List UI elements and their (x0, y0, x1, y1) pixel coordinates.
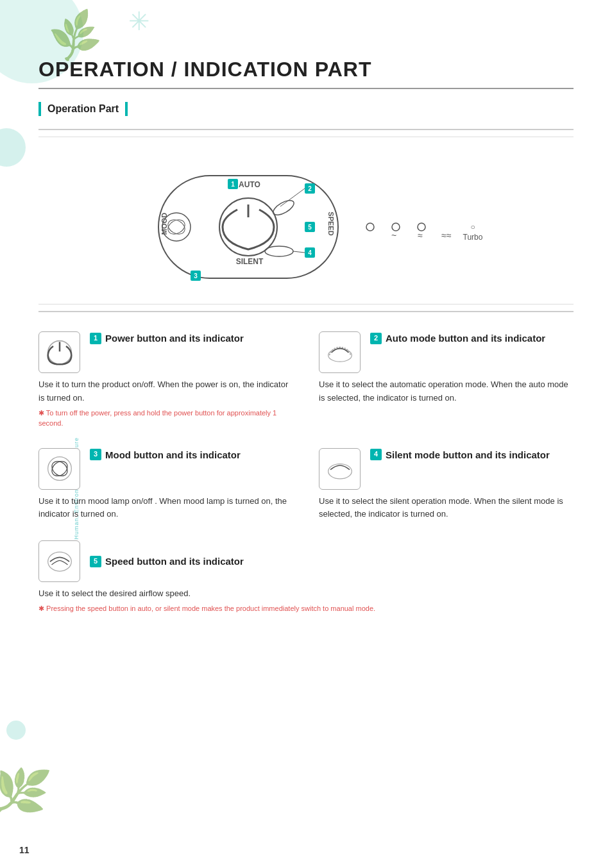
diagram-svg: MOOD SPEED AUTO SILENT 1 (45, 150, 567, 291)
bg-leaf-bottom-icon: 🌿 (0, 760, 53, 821)
indicator-auto: 2 Auto mode button and its indicator Use… (319, 331, 574, 429)
indicator-auto-title: 2 Auto mode button and its indicator (370, 331, 574, 345)
indicator-auto-header: 2 Auto mode button and its indicator (319, 331, 574, 373)
indicator-power-body: Use it to turn the product on/off. When … (38, 378, 293, 429)
svg-point-23 (366, 223, 374, 231)
svg-text:AUTO: AUTO (239, 180, 260, 189)
indicator-power-header: 1 Power button and its indicator (38, 331, 293, 373)
page-title: OPERATION / INDICATION PART (38, 58, 574, 81)
indicator-speed-header: 5 Speed button and its indicator (38, 540, 574, 582)
svg-text:1: 1 (231, 181, 235, 188)
indicator-mood: 3 Mood button and its indicator Use it t… (38, 448, 293, 522)
indicator-number-3: 3 (90, 449, 101, 460)
silent-icon-box (319, 448, 361, 490)
indicator-speed-body: Use it to select the desired airflow spe… (38, 587, 574, 613)
indicator-auto-body: Use it to select the automatic operation… (319, 378, 574, 405)
indicator-power-title-area: 1 Power button and its indicator (90, 331, 293, 345)
mood-icon-box (38, 448, 80, 490)
auto-icon-box (319, 331, 361, 373)
bg-circle-bottom-left (6, 721, 26, 740)
svg-text:≈: ≈ (418, 230, 423, 240)
section-header: Operation Part (38, 102, 574, 116)
indicator-silent-header: 4 Silent mode button and its indicator (319, 448, 574, 490)
indicator-speed-title-area: 5 Speed button and its indicator (90, 555, 574, 568)
svg-text:○: ○ (470, 222, 475, 231)
svg-point-37 (328, 464, 352, 479)
indicator-power: 1 Power button and its indicator Use it … (38, 331, 293, 429)
indicator-speed: 5 Speed button and its indicator Use it … (38, 540, 574, 613)
svg-point-11 (271, 197, 296, 218)
svg-text:4: 4 (308, 249, 312, 256)
indicator-number-4: 4 (370, 449, 382, 460)
indicator-number-2: 2 (370, 333, 382, 344)
indicator-mood-title-area: 3 Mood button and its indicator (90, 448, 293, 462)
svg-line-17 (293, 251, 305, 253)
diagram-inner: MOOD SPEED AUTO SILENT 1 (38, 137, 574, 305)
svg-point-16 (265, 246, 293, 256)
indicator-mood-body: Use it to turn mood lamp on/off . When m… (38, 495, 293, 522)
svg-point-33 (328, 349, 352, 362)
power-icon-box (38, 331, 80, 373)
indicator-number-1: 1 (90, 333, 101, 344)
indicator-silent-title: 4 Silent mode button and its indicator (370, 448, 574, 462)
svg-text:Turbo: Turbo (463, 233, 483, 242)
title-divider (38, 88, 574, 89)
diagram-container: MOOD SPEED AUTO SILENT 1 (38, 129, 574, 312)
svg-text:2: 2 (308, 185, 312, 192)
section-title: Operation Part (47, 103, 119, 115)
svg-point-36 (49, 458, 70, 479)
indicator-silent-title-area: 4 Silent mode button and its indicator (370, 448, 574, 462)
indicator-mood-title: 3 Mood button and its indicator (90, 448, 293, 462)
indicator-auto-title-area: 2 Auto mode button and its indicator (370, 331, 574, 345)
main-content: OPERATION / INDICATION PART Operation Pa… (0, 0, 612, 639)
indicators-section: 1 Power button and its indicator Use it … (38, 331, 574, 613)
svg-text:SILENT: SILENT (236, 257, 264, 266)
svg-point-38 (47, 552, 71, 571)
svg-point-22 (166, 217, 187, 237)
section-bar-right (125, 102, 128, 116)
page-number: 11 (19, 845, 30, 855)
svg-text:5: 5 (308, 224, 312, 231)
indicator-power-title: 1 Power button and its indicator (90, 331, 293, 345)
svg-point-34 (47, 457, 71, 481)
speed-icon-box (38, 540, 80, 582)
svg-text:3: 3 (194, 272, 198, 280)
indicator-mood-header: 3 Mood button and its indicator (38, 448, 293, 490)
indicator-silent-body: Use it to select the silent operation mo… (319, 495, 574, 522)
svg-text:≈≈: ≈≈ (441, 230, 452, 240)
svg-line-10 (280, 188, 305, 206)
indicator-speed-title: 5 Speed button and its indicator (90, 555, 574, 568)
indicator-silent: 4 Silent mode button and its indicator U… (319, 448, 574, 522)
section-bar-left (38, 102, 41, 116)
svg-text:~: ~ (391, 230, 396, 240)
indicator-number-5: 5 (90, 556, 101, 567)
svg-text:SPEED: SPEED (327, 212, 335, 235)
